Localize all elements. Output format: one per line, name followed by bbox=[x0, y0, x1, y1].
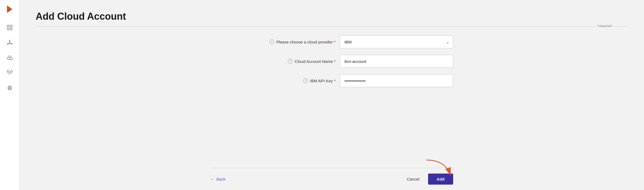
provider-help-icon[interactable]: ? bbox=[269, 39, 274, 44]
svg-rect-4 bbox=[10, 28, 12, 30]
svg-point-7 bbox=[11, 43, 12, 45]
account-name-required-asterisk: * bbox=[334, 59, 335, 64]
api-key-label: IBM API Key * bbox=[310, 79, 335, 83]
header-area: Add Cloud Account *required bbox=[36, 11, 628, 24]
required-note: *required bbox=[597, 24, 612, 28]
cancel-button[interactable]: Cancel bbox=[402, 174, 424, 184]
back-arrow-icon: ← bbox=[210, 177, 214, 181]
form-area: ? Please choose a cloud provider * IBM A… bbox=[210, 35, 453, 87]
main-content: Add Cloud Account *required ? Please cho… bbox=[19, 0, 644, 190]
provider-required-asterisk: * bbox=[334, 40, 335, 44]
svg-point-13 bbox=[9, 87, 11, 89]
api-key-required-asterisk: * bbox=[334, 79, 335, 83]
svg-rect-3 bbox=[7, 28, 9, 30]
center-form: ? Please choose a cloud provider * IBM A… bbox=[36, 35, 628, 190]
svg-point-12 bbox=[9, 74, 10, 75]
cloud-upload-icon[interactable] bbox=[6, 54, 13, 62]
svg-rect-2 bbox=[10, 25, 12, 27]
account-name-label-group: ? Cloud Account Name * bbox=[260, 59, 335, 64]
svg-point-5 bbox=[9, 40, 10, 41]
nodes-icon[interactable] bbox=[6, 39, 13, 46]
provider-label: Please choose a cloud provider * bbox=[276, 40, 335, 44]
footer: ← Back Cancel bbox=[210, 168, 453, 190]
account-name-label: Cloud Account Name * bbox=[295, 59, 335, 64]
sidebar bbox=[0, 0, 19, 190]
svg-point-6 bbox=[7, 43, 8, 45]
page-title: Add Cloud Account bbox=[36, 11, 628, 22]
provider-row: ? Please choose a cloud provider * IBM A… bbox=[210, 35, 453, 48]
header-divider bbox=[36, 26, 628, 27]
provider-select[interactable]: IBM AWS Azure GCP bbox=[340, 35, 453, 48]
svg-rect-1 bbox=[7, 25, 9, 27]
api-key-input[interactable] bbox=[340, 74, 453, 87]
account-name-input[interactable] bbox=[340, 55, 453, 68]
svg-point-14 bbox=[8, 86, 12, 90]
provider-label-group: ? Please choose a cloud provider * bbox=[260, 39, 335, 44]
api-key-row: ? IBM API Key * bbox=[210, 74, 453, 87]
provider-select-wrapper: IBM AWS Azure GCP ⌄ bbox=[340, 35, 453, 48]
add-button[interactable]: Add bbox=[428, 174, 453, 185]
account-name-help-icon[interactable]: ? bbox=[288, 59, 293, 64]
svg-point-8 bbox=[9, 43, 10, 44]
api-key-help-icon[interactable]: ? bbox=[303, 78, 308, 83]
dashboard-icon[interactable] bbox=[6, 24, 13, 31]
footer-actions: Cancel Add bbox=[402, 174, 453, 185]
svg-marker-0 bbox=[7, 5, 12, 13]
signal-icon[interactable] bbox=[6, 69, 13, 77]
app-logo[interactable] bbox=[5, 4, 15, 14]
content-wrapper: ? Please choose a cloud provider * IBM A… bbox=[36, 35, 628, 190]
back-link[interactable]: ← Back bbox=[210, 177, 225, 181]
account-name-row: ? Cloud Account Name * bbox=[210, 55, 453, 68]
repository-icon[interactable] bbox=[6, 84, 13, 92]
api-key-label-group: ? IBM API Key * bbox=[260, 78, 335, 83]
